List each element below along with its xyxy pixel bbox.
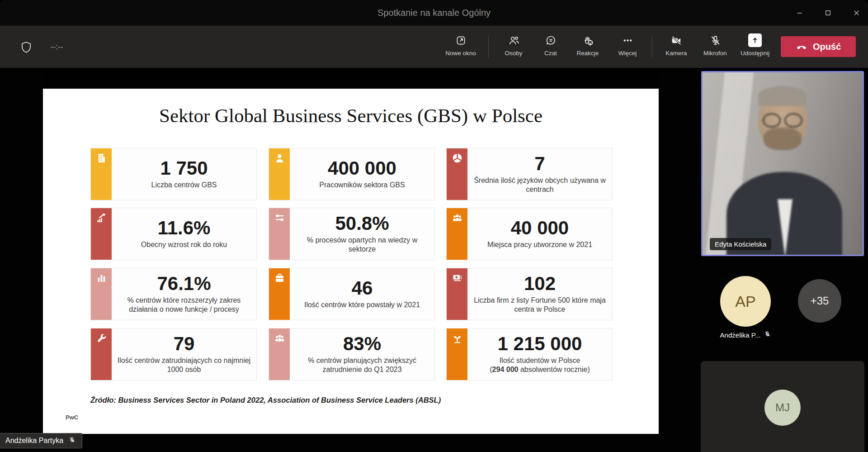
stat-card: 50.8% % procesów opartych na wiedzy w se… bbox=[269, 208, 435, 260]
share-button[interactable]: Udostępnij bbox=[734, 30, 776, 65]
stat-card-body: 102 Liczba firm z listy Fortune 500 któr… bbox=[467, 268, 612, 320]
pwc-logo: PwC bbox=[66, 414, 78, 421]
participant-avatar-ap[interactable]: AP bbox=[720, 276, 771, 327]
stat-card: 79 Ilość centrów zatrudniających co najm… bbox=[90, 328, 257, 381]
stat-card-body: 1 215 000 Ilość studentów w Polsce (294 … bbox=[467, 328, 612, 380]
close-icon bbox=[852, 9, 861, 17]
stat-card: 1 750 Liczba centrów GBS bbox=[90, 148, 257, 200]
stat-card: 102 Liczba firm z listy Fortune 500 któr… bbox=[446, 268, 613, 320]
teams-meeting-window: Spotkanie na kanale Ogólny --:-- Nowe ok… bbox=[0, 0, 868, 452]
stat-label: % centrów które rozszerzyły zakres dział… bbox=[116, 296, 252, 314]
presentation-slide: Sektor Global Business Services (GBS) w … bbox=[43, 72, 659, 434]
stat-value: 46 bbox=[352, 279, 373, 298]
stat-card: 400 000 Pracowników sektora GBS bbox=[269, 148, 435, 200]
stat-label: Miejsca pracy utworzone w 2021 bbox=[487, 240, 592, 249]
people-button[interactable]: Osoby bbox=[495, 30, 533, 65]
share-icon bbox=[748, 33, 762, 48]
stat-label: Pracowników sektora GBS bbox=[319, 181, 405, 190]
stat-sublabel-post: absolwentów rocznie) bbox=[518, 366, 590, 373]
participant-avatar-mj: MJ bbox=[764, 390, 801, 426]
chat-icon bbox=[545, 33, 557, 48]
maximize-icon bbox=[824, 9, 832, 17]
stat-label: Ilość studentów w Polsce bbox=[500, 356, 580, 365]
reactions-label: Reakcje bbox=[577, 50, 599, 57]
banknote-icon bbox=[447, 268, 467, 320]
stat-value: 76.1% bbox=[157, 274, 211, 294]
source-note: Źródło: Business Services Sector in Pola… bbox=[90, 396, 441, 404]
bar-chart-icon bbox=[91, 268, 112, 320]
participant-tile-mj[interactable]: MJ bbox=[701, 361, 864, 452]
mic-button[interactable]: Mikrofon bbox=[696, 30, 734, 65]
stat-card: 76.1% % centrów które rozszerzyły zakres… bbox=[90, 268, 257, 320]
more-icon bbox=[622, 33, 634, 48]
stat-value: 83% bbox=[343, 334, 381, 354]
avatar-initials: AP bbox=[735, 293, 755, 310]
person-icon bbox=[269, 148, 290, 200]
stat-label: Ilość centrów które powstały w 2021 bbox=[304, 300, 420, 309]
leave-button[interactable]: Opuść bbox=[781, 36, 856, 57]
stat-card-body: 46 Ilość centrów które powstały w 2021 bbox=[290, 268, 434, 320]
slide-title: Sektor Global Business Services (GBS) w … bbox=[43, 105, 659, 127]
new-window-icon bbox=[455, 33, 467, 48]
stat-value: 79 bbox=[174, 334, 195, 354]
sliders-icon bbox=[269, 208, 290, 260]
maximize-button[interactable] bbox=[817, 5, 838, 20]
stat-card: 7 Średnia ilość języków obcych używana w… bbox=[446, 148, 613, 200]
people-label: Osoby bbox=[505, 50, 522, 57]
new-window-button[interactable]: Nowe okno bbox=[442, 30, 480, 65]
sprout-icon bbox=[447, 328, 467, 380]
close-button[interactable] bbox=[846, 5, 867, 20]
minimize-button[interactable] bbox=[789, 5, 810, 20]
chat-button[interactable]: Czat bbox=[532, 30, 570, 65]
stat-card-body: 79 Ilość centrów zatrudniających co najm… bbox=[112, 328, 256, 380]
minimize-icon bbox=[795, 9, 804, 17]
camera-button[interactable]: Kamera bbox=[657, 30, 695, 65]
stat-value: 400 000 bbox=[328, 159, 396, 178]
meeting-timer: --:-- bbox=[51, 43, 63, 52]
video-tile-edyta[interactable]: Edyta Kościelska bbox=[701, 71, 864, 256]
stat-value: 1 215 000 bbox=[498, 334, 582, 354]
stat-value: 102 bbox=[524, 274, 556, 294]
stat-card-body: 76.1% % centrów które rozszerzyły zakres… bbox=[112, 268, 256, 320]
reactions-button[interactable]: Reakcje bbox=[569, 30, 607, 65]
more-label: Więcej bbox=[618, 50, 637, 57]
stat-card: 83% % centrów planujących zwiększyć zatr… bbox=[269, 328, 435, 381]
slide-top-band bbox=[43, 72, 659, 89]
video-name-tag: Edyta Kościelska bbox=[710, 238, 771, 250]
video-feed bbox=[701, 71, 864, 256]
shield-icon bbox=[20, 41, 33, 53]
stat-card: 46 Ilość centrów które powstały w 2021 bbox=[269, 268, 435, 320]
new-window-label: Nowe okno bbox=[445, 50, 476, 57]
stat-value: 1 750 bbox=[160, 159, 208, 178]
briefcase-icon bbox=[269, 268, 290, 320]
mic-off-icon bbox=[764, 331, 771, 339]
video-person-glasses bbox=[763, 113, 802, 126]
toolbar-divider bbox=[488, 35, 489, 58]
building-icon bbox=[91, 148, 112, 200]
security-shield-button[interactable] bbox=[20, 41, 33, 53]
stat-value: 11.6% bbox=[158, 219, 211, 238]
stat-label: Ilość centrów zatrudniających co najmnie… bbox=[116, 356, 252, 374]
participant-name-text: Andżelika P... bbox=[720, 331, 761, 339]
participant-overflow-badge[interactable]: +35 bbox=[798, 279, 841, 323]
hangup-icon bbox=[796, 41, 807, 52]
stat-value: 40 000 bbox=[511, 219, 569, 238]
mic-label: Mikrofon bbox=[703, 50, 727, 57]
trend-up-icon bbox=[91, 208, 112, 260]
camera-off-icon bbox=[670, 33, 683, 48]
more-button[interactable]: Więcej bbox=[609, 30, 646, 65]
stat-card: 1 215 000 Ilość studentów w Polsce (294 … bbox=[446, 328, 613, 381]
stat-sublabel-bold: 294 000 bbox=[492, 366, 519, 373]
stat-value: 7 bbox=[534, 154, 545, 174]
camera-label: Kamera bbox=[665, 50, 687, 57]
people-group-icon bbox=[269, 328, 290, 380]
stat-sublabel: (294 000 absolwentów rocznie) bbox=[490, 365, 590, 374]
stat-card: 40 000 Miejsca pracy utworzone w 2021 bbox=[446, 208, 613, 260]
leave-label: Opuść bbox=[813, 42, 841, 52]
video-person-hair bbox=[758, 86, 807, 106]
window-title: Spotkanie na kanale Ogólny bbox=[0, 0, 868, 26]
pie-chart-icon bbox=[447, 148, 467, 200]
participant-name-ap: Andżelika P... bbox=[698, 331, 793, 339]
meeting-toolbar: --:-- Nowe okno Osoby Czat Reakcje bbox=[0, 26, 868, 68]
people-group-icon bbox=[447, 208, 467, 260]
